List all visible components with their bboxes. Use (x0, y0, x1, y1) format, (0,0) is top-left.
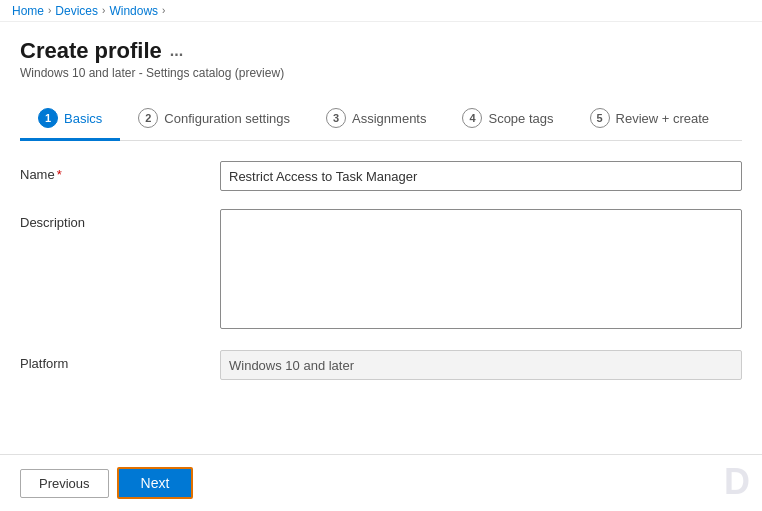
chevron-icon-1: › (48, 5, 51, 16)
tab-label-review: Review + create (616, 111, 710, 126)
form-row-description: Description (20, 209, 742, 332)
footer: Previous Next (0, 454, 762, 511)
tab-number-5: 5 (590, 108, 610, 128)
platform-control-wrap: Windows 10 and later (220, 350, 742, 380)
chevron-icon-3: › (162, 5, 165, 16)
next-button[interactable]: Next (117, 467, 194, 499)
page-subtitle: Windows 10 and later - Settings catalog … (20, 66, 742, 80)
name-control-wrap (220, 161, 742, 191)
tab-label-assignments: Assignments (352, 111, 426, 126)
platform-label: Platform (20, 350, 220, 371)
tab-label-configuration: Configuration settings (164, 111, 290, 126)
breadcrumb-home[interactable]: Home (12, 4, 44, 18)
breadcrumb-windows[interactable]: Windows (109, 4, 158, 18)
description-label: Description (20, 209, 220, 230)
wizard-tabs: 1 Basics 2 Configuration settings 3 Assi… (20, 98, 742, 141)
name-label: Name* (20, 161, 220, 182)
form-row-platform: Platform Windows 10 and later (20, 350, 742, 380)
breadcrumb-devices[interactable]: Devices (55, 4, 98, 18)
description-control-wrap (220, 209, 742, 332)
tab-number-1: 1 (38, 108, 58, 128)
tab-number-4: 4 (462, 108, 482, 128)
previous-button[interactable]: Previous (20, 469, 109, 498)
chevron-icon-2: › (102, 5, 105, 16)
page-content: Create profile ... Windows 10 and later … (0, 22, 762, 380)
page-title-text: Create profile (20, 38, 162, 64)
name-required: * (57, 167, 62, 182)
tab-review[interactable]: 5 Review + create (572, 98, 728, 141)
name-input[interactable] (220, 161, 742, 191)
tab-scope-tags[interactable]: 4 Scope tags (444, 98, 571, 141)
tab-label-scope-tags: Scope tags (488, 111, 553, 126)
breadcrumb: Home › Devices › Windows › (0, 0, 762, 22)
tab-label-basics: Basics (64, 111, 102, 126)
description-textarea[interactable] (220, 209, 742, 329)
tab-configuration[interactable]: 2 Configuration settings (120, 98, 308, 141)
tab-number-3: 3 (326, 108, 346, 128)
form-row-name: Name* (20, 161, 742, 191)
page-options-icon[interactable]: ... (170, 42, 183, 60)
page-title-row: Create profile ... (20, 38, 742, 64)
form-area: Name* Description Platform Windows 10 an… (20, 141, 742, 380)
platform-value: Windows 10 and later (220, 350, 742, 380)
tab-number-2: 2 (138, 108, 158, 128)
tab-basics[interactable]: 1 Basics (20, 98, 120, 141)
tab-assignments[interactable]: 3 Assignments (308, 98, 444, 141)
